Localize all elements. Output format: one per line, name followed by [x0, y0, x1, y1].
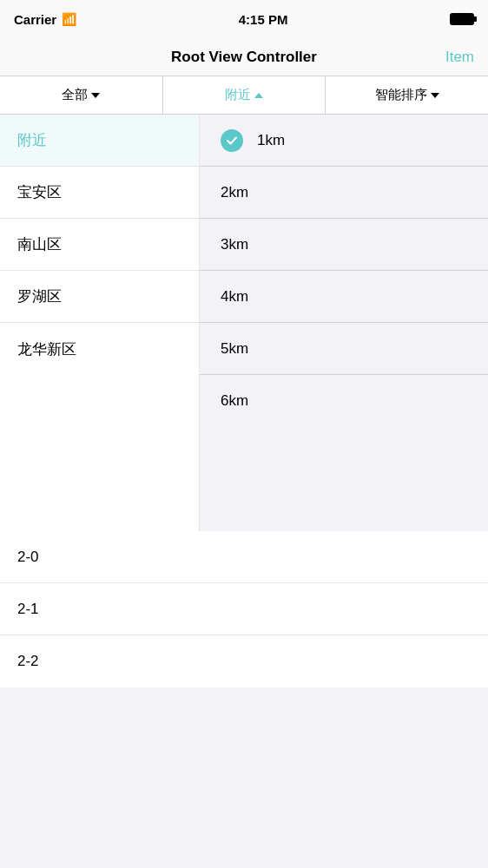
left-item-longhua-label: 龙华新区	[17, 339, 76, 359]
right-item-2km-label: 2km	[221, 184, 248, 201]
filter-smart-sort[interactable]: 智能排序	[326, 76, 488, 114]
filter-all-arrow-down-icon	[91, 93, 100, 98]
right-item-1km[interactable]: 1km	[200, 115, 488, 167]
content-row-0-label: 2-0	[17, 549, 39, 566]
battery-icon	[450, 13, 474, 25]
filter-all-label: 全部	[62, 87, 88, 103]
left-column: 附近 宝安区 南山区 罗湖区 龙华新区	[0, 115, 200, 531]
filter-nearby[interactable]: 附近	[163, 76, 326, 114]
dropdown-panel: 附近 宝安区 南山区 罗湖区 龙华新区 1km 2km 3km	[0, 115, 488, 531]
filter-smart-sort-arrow-down-icon	[431, 93, 439, 98]
right-item-6km-label: 6km	[221, 392, 248, 410]
content-row-0: 2-0	[0, 531, 488, 583]
content-row-2: 2-2	[0, 635, 488, 687]
content-list: 2-0 2-1 2-2	[0, 531, 488, 687]
status-bar-left: Carrier 📶	[14, 12, 76, 27]
filter-nearby-arrow-up-icon	[254, 93, 263, 98]
wifi-icon: 📶	[62, 12, 76, 26]
filter-all[interactable]: 全部	[0, 76, 163, 114]
carrier-label: Carrier	[14, 12, 56, 27]
right-item-4km[interactable]: 4km	[200, 271, 488, 323]
check-icon	[221, 129, 243, 152]
left-item-nanshan-label: 南山区	[17, 234, 62, 254]
right-item-4km-label: 4km	[221, 288, 248, 306]
left-item-baoan[interactable]: 宝安区	[0, 167, 199, 219]
filter-nearby-label: 附近	[225, 87, 251, 103]
left-item-nearby-label: 附近	[17, 130, 47, 150]
left-item-baoan-label: 宝安区	[17, 182, 62, 202]
nav-bar: Root View Controller Item	[0, 38, 488, 76]
content-row-2-label: 2-2	[17, 653, 39, 670]
right-item-3km[interactable]: 3km	[200, 219, 488, 271]
left-item-luohu-label: 罗湖区	[17, 286, 62, 306]
time-label: 4:15 PM	[239, 12, 288, 27]
content-row-1-label: 2-1	[17, 601, 39, 618]
right-item-5km-label: 5km	[221, 340, 248, 358]
status-bar: Carrier 📶 4:15 PM	[0, 0, 488, 38]
left-item-nearby[interactable]: 附近	[0, 115, 199, 167]
right-column: 1km 2km 3km 4km 5km 6km	[200, 115, 488, 531]
right-item-3km-label: 3km	[221, 236, 248, 253]
left-item-longhua[interactable]: 龙华新区	[0, 323, 199, 375]
right-item-5km[interactable]: 5km	[200, 323, 488, 375]
left-item-luohu[interactable]: 罗湖区	[0, 271, 199, 323]
nav-item-button[interactable]: Item	[431, 49, 474, 66]
content-row-1: 2-1	[0, 583, 488, 635]
filter-smart-sort-label: 智能排序	[375, 87, 427, 103]
filter-bar: 全部 附近 智能排序	[0, 76, 488, 115]
right-item-6km[interactable]: 6km	[200, 375, 488, 427]
right-item-1km-label: 1km	[257, 132, 285, 149]
nav-title: Root View Controller	[57, 49, 431, 66]
right-item-2km[interactable]: 2km	[200, 167, 488, 219]
left-item-nanshan[interactable]: 南山区	[0, 219, 199, 271]
